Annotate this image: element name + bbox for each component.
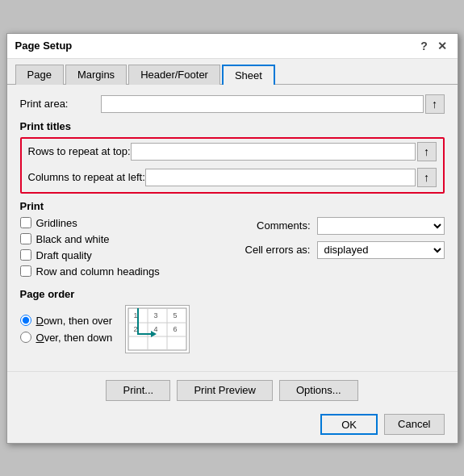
rows-repeat-row: Rows to repeat at top: ↑ xyxy=(28,142,437,161)
svg-text:1: 1 xyxy=(134,311,138,319)
svg-text:2: 2 xyxy=(134,325,138,333)
comments-row: Comments: (None) At end of sheet As disp… xyxy=(236,217,445,235)
down-then-over-radio[interactable] xyxy=(20,315,31,326)
print-section: Print Gridlines Black and white Draft qu… xyxy=(20,200,445,282)
cell-errors-label: Cell errors as: xyxy=(236,244,317,256)
close-button[interactable]: ✕ xyxy=(435,39,449,53)
page-order-preview: 1 3 5 2 4 6 xyxy=(125,305,190,353)
gridlines-checkbox[interactable] xyxy=(20,217,31,228)
print-two-col: Gridlines Black and white Draft quality … xyxy=(20,217,445,282)
print-titles-heading: Print titles xyxy=(20,120,445,132)
cols-repeat-input-wrap: ↑ xyxy=(145,168,437,187)
row-col-headings-label: Row and column headings xyxy=(36,265,160,278)
over-then-down-radio[interactable] xyxy=(20,332,31,343)
tab-bar: Page Margins Header/Footer Sheet xyxy=(7,59,458,85)
print-right-col: Comments: (None) At end of sheet As disp… xyxy=(220,217,445,282)
print-preview-button[interactable]: Print Preview xyxy=(177,380,273,401)
svg-text:5: 5 xyxy=(173,311,178,319)
cols-repeat-label: Columns to repeat at left: xyxy=(28,171,145,183)
row-col-headings-row: Row and column headings xyxy=(20,265,214,278)
page-order-section: Page order Down, then over Over, then do… xyxy=(20,288,445,353)
print-area-row: Print area: ↑ xyxy=(20,94,445,114)
draft-quality-checkbox[interactable] xyxy=(20,249,31,261)
print-area-input-wrap: ↑ xyxy=(101,94,445,114)
cols-repeat-row: Columns to repeat at left: ↑ xyxy=(28,168,437,187)
title-bar-actions: ? ✕ xyxy=(417,39,449,53)
print-left-col: Gridlines Black and white Draft quality … xyxy=(20,217,214,282)
cols-repeat-collapse-button[interactable]: ↑ xyxy=(417,168,437,187)
footer-buttons: Print... Print Preview Options... xyxy=(7,371,458,409)
page-order-preview-svg: 1 3 5 2 4 6 xyxy=(127,307,188,352)
draft-quality-label: Draft quality xyxy=(36,249,92,261)
rows-repeat-input-wrap: ↑ xyxy=(131,142,437,161)
black-white-label: Black and white xyxy=(36,233,110,245)
comments-dropdown[interactable]: (None) At end of sheet As displayed on s… xyxy=(317,217,445,235)
dialog-content: Print area: ↑ Print titles Rows to repea… xyxy=(7,85,458,371)
down-then-over-row: Down, then over xyxy=(20,315,113,327)
page-order-content: Down, then over Over, then down xyxy=(20,305,445,353)
page-setup-dialog: Page Setup ? ✕ Page Margins Header/Foote… xyxy=(6,33,458,444)
tab-page[interactable]: Page xyxy=(15,65,64,85)
options-button[interactable]: Options... xyxy=(279,380,358,401)
cancel-button[interactable]: Cancel xyxy=(384,414,444,435)
rows-repeat-collapse-button[interactable]: ↑ xyxy=(417,142,437,161)
over-then-down-row: Over, then down xyxy=(20,332,113,344)
print-area-input[interactable] xyxy=(101,95,424,113)
ok-button[interactable]: OK xyxy=(320,414,378,435)
cell-errors-dropdown[interactable]: displayed blank -- #N/A xyxy=(317,241,445,259)
rows-repeat-input[interactable] xyxy=(131,143,416,161)
page-order-heading: Page order xyxy=(20,288,445,300)
gridlines-label: Gridlines xyxy=(36,217,77,229)
draft-quality-row: Draft quality xyxy=(20,249,214,261)
print-button[interactable]: Print... xyxy=(106,380,170,401)
dialog-title: Page Setup xyxy=(15,40,73,52)
black-white-checkbox[interactable] xyxy=(20,233,31,244)
page-order-radio-group: Down, then over Over, then down xyxy=(20,315,113,344)
over-then-down-label: Over, then down xyxy=(36,332,113,344)
print-heading: Print xyxy=(20,200,445,212)
row-col-headings-checkbox[interactable] xyxy=(20,265,31,277)
svg-text:3: 3 xyxy=(154,311,158,319)
svg-text:4: 4 xyxy=(154,325,158,333)
tab-sheet[interactable]: Sheet xyxy=(222,65,275,85)
ok-cancel-row: OK Cancel xyxy=(7,409,458,443)
print-area-collapse-button[interactable]: ↑ xyxy=(425,94,445,114)
black-white-row: Black and white xyxy=(20,233,214,245)
comments-label: Comments: xyxy=(236,219,317,232)
cell-errors-row: Cell errors as: displayed blank -- #N/A xyxy=(236,241,445,259)
rows-repeat-label: Rows to repeat at top: xyxy=(28,145,131,157)
print-area-label: Print area: xyxy=(20,98,101,110)
svg-text:6: 6 xyxy=(173,325,178,333)
cols-repeat-input[interactable] xyxy=(145,169,416,186)
print-titles-box: Rows to repeat at top: ↑ Columns to repe… xyxy=(20,137,445,194)
down-then-over-label: Down, then over xyxy=(36,315,113,327)
title-bar: Page Setup ? ✕ xyxy=(7,34,458,59)
gridlines-row: Gridlines xyxy=(20,217,214,229)
help-button[interactable]: ? xyxy=(417,39,432,53)
tab-header-footer[interactable]: Header/Footer xyxy=(128,65,220,85)
tab-margins[interactable]: Margins xyxy=(65,65,127,85)
